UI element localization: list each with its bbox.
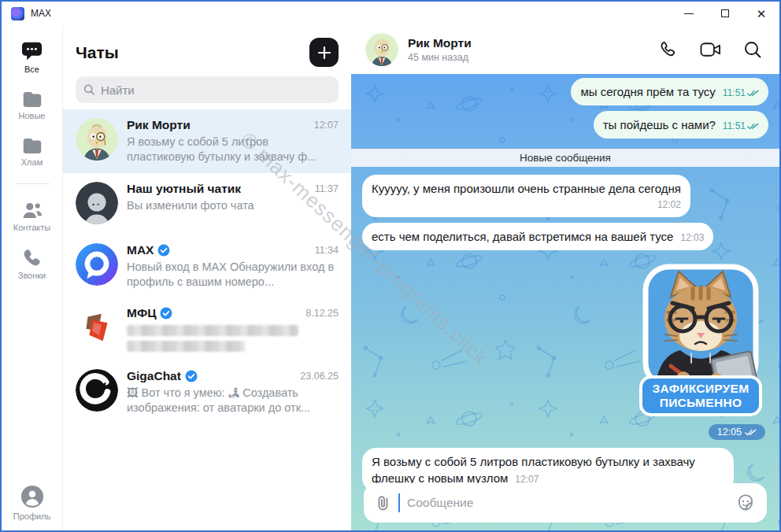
search-in-chat-icon[interactable] — [744, 41, 762, 59]
new-messages-divider: Новые сообщения — [351, 149, 779, 167]
chat-list-item-max[interactable]: MAX 11:34 Новый вход в MAX Обнаружили вх… — [63, 235, 351, 298]
message-bubble-outgoing[interactable]: мы сегодня прём та тусу11:51 — [571, 78, 768, 105]
chat-preview-blurred — [127, 325, 339, 352]
search-icon — [83, 83, 95, 96]
message-bubble-incoming[interactable]: есть чем поделиться, давай встретимся на… — [362, 223, 713, 250]
nav-item-spam[interactable]: Хлам — [21, 137, 43, 167]
nav-rail: Все Новые Хлам — [2, 25, 63, 530]
sticker-caption: ЗАФИКСИРУЕМ ПИСЬМЕННО — [639, 375, 762, 416]
message-time: 12:02 — [657, 199, 681, 210]
message-text: есть чем поделиться, давай встретимся на… — [372, 230, 673, 243]
chat-list-item-gigachat[interactable]: GigaChat 23.06.25 🖼 Вот что я умею: 🏞 Со… — [63, 360, 351, 424]
nav-item-new[interactable]: Новые — [19, 91, 46, 120]
chat-time: 11:37 — [315, 183, 339, 194]
nav-label: Хлам — [21, 157, 43, 167]
nav-label: Звонки — [18, 271, 46, 280]
chat-name: Наш уютный чатик — [127, 182, 241, 196]
nav-label: Контакты — [13, 223, 51, 232]
contacts-icon — [21, 201, 43, 220]
verified-badge-icon — [160, 307, 172, 320]
chat-name: МФЦ — [127, 306, 156, 320]
chat-name: GigaChat — [127, 369, 181, 383]
text-caret — [398, 493, 400, 512]
message-bubble-incoming[interactable]: Кууууу, у меня произошли очень странные … — [362, 175, 690, 217]
message-input[interactable] — [407, 496, 729, 510]
chat-list-item-mfc[interactable]: МФЦ 8.12.25 — [63, 297, 351, 360]
maximize-icon — [721, 9, 729, 17]
message-time: 12:03 — [680, 232, 704, 243]
peer-avatar — [365, 33, 398, 66]
window-title: MAX — [31, 8, 51, 19]
chat-time: 23.06.25 — [300, 371, 339, 382]
minimize-icon — [684, 13, 694, 14]
avatar — [76, 306, 118, 349]
search-input[interactable] — [101, 83, 331, 97]
chat-list-item-rik-morti[interactable]: Рик Морти 12:07 Я возьму с собой 5 литро… — [63, 109, 351, 173]
sticker-time-badge: 12:05 — [709, 424, 765, 440]
chat-time: 8.12.25 — [305, 308, 339, 319]
chat-bubble-icon — [21, 41, 43, 61]
plus-icon — [316, 45, 332, 61]
read-checkmarks-icon — [747, 90, 759, 97]
chat-header[interactable]: Рик Морти 45 мин назад — [351, 25, 779, 74]
avatar — [76, 182, 118, 224]
read-checkmarks-icon — [745, 429, 757, 436]
message-time: 11:51 — [723, 120, 746, 131]
nav-label: Новые — [19, 111, 46, 120]
chat-time: 12:07 — [314, 120, 339, 131]
chat-list-panel: Чаты — [63, 25, 351, 530]
verified-badge-icon — [157, 244, 170, 257]
message-text: Кууууу, у меня произошли очень странные … — [372, 182, 681, 195]
message-time: 11:51 — [723, 87, 746, 98]
phone-icon — [22, 249, 41, 268]
rail-divider — [15, 183, 50, 184]
titlebar: MAX ✕ — [2, 2, 779, 25]
minimize-button[interactable] — [671, 2, 707, 25]
messages-area: мы сегодня прём та тусу11:51 ты пойдешь … — [351, 74, 779, 530]
attach-icon[interactable] — [376, 494, 391, 512]
message-composer[interactable] — [364, 483, 767, 523]
nav-label: Профиль — [13, 512, 51, 521]
message-text: ты пойдешь с нами? — [603, 118, 716, 131]
chat-preview: Вы изменили фото чата — [127, 198, 339, 213]
read-checkmarks-icon — [747, 123, 759, 130]
nav-item-profile[interactable]: Профиль — [13, 485, 51, 521]
chat-list-item-cozy-chat[interactable]: Наш уютный чатик 11:37 Вы изменили фото … — [63, 173, 351, 235]
chat-preview: Новый вход в MAX Обнаружили вход в профи… — [127, 260, 339, 290]
avatar — [76, 369, 118, 412]
sticker-smiley-icon[interactable] — [736, 493, 755, 512]
chat-pane: Рик Морти 45 мин назад — [351, 25, 779, 530]
call-icon[interactable] — [658, 40, 677, 59]
chat-preview: 🖼 Вот что я умею: 🏞 Создавать изображени… — [127, 386, 339, 416]
message-time: 12:05 — [717, 427, 742, 438]
peer-name: Рик Морти — [408, 36, 472, 50]
peer-last-seen: 45 мин назад — [408, 52, 472, 63]
chat-list-title: Чаты — [76, 43, 119, 62]
close-button[interactable]: ✕ — [743, 2, 779, 25]
chat-preview: Я возьму с собой 5 литров пластиковую бу… — [127, 135, 339, 164]
nav-item-all-chats[interactable]: Все — [21, 41, 43, 74]
cat-sticker-image — [635, 262, 767, 390]
chat-name: Рик Морти — [127, 118, 191, 132]
chat-name: MAX — [127, 243, 154, 257]
message-text: мы сегодня прём та тусу — [580, 85, 715, 98]
maximize-button[interactable] — [707, 2, 743, 25]
folder-icon — [22, 137, 43, 154]
avatar — [76, 118, 118, 161]
message-bubble-outgoing[interactable]: ты пойдешь с нами?11:51 — [594, 111, 768, 139]
max-app-icon — [11, 7, 24, 20]
sticker-message[interactable]: ЗАФИКСИРУЕМ ПИСЬМЕННО — [635, 262, 767, 416]
nav-item-calls[interactable]: Звонки — [18, 249, 46, 280]
app-window: MAX ✕ Все Новые — [0, 0, 781, 532]
search-bar[interactable] — [76, 76, 339, 103]
video-call-icon[interactable] — [700, 41, 721, 58]
new-chat-button[interactable] — [309, 38, 339, 67]
chat-time: 11:34 — [315, 245, 339, 256]
nav-label: Все — [24, 65, 39, 74]
verified-badge-icon — [185, 370, 198, 382]
person-icon — [20, 485, 44, 508]
close-icon: ✕ — [757, 8, 767, 20]
avatar — [76, 243, 118, 286]
folder-icon — [22, 91, 43, 108]
nav-item-contacts[interactable]: Контакты — [13, 201, 51, 232]
